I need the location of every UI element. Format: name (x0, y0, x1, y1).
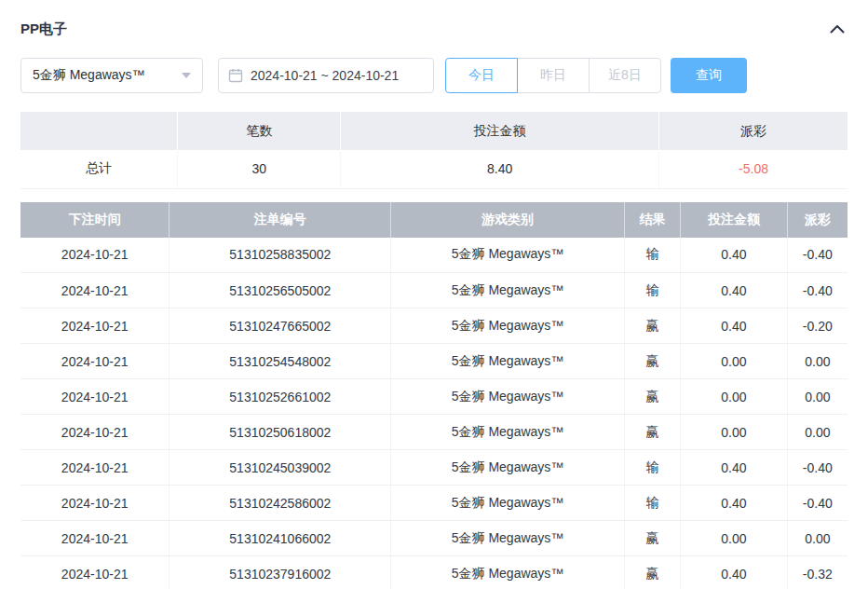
cell-time: 2024-10-21 (20, 486, 170, 521)
cell-result: 输 (624, 450, 680, 486)
cell-bet-amount: 0.00 (681, 415, 788, 450)
header-order-id: 注单编号 (170, 202, 391, 238)
chevron-down-icon (182, 73, 191, 78)
cell-game: 5金狮 Megaways™ (391, 238, 624, 273)
summary-total-row: 总计 30 8.40 -5.08 (20, 150, 848, 188)
cell-game: 5金狮 Megaways™ (391, 486, 624, 521)
cell-time: 2024-10-21 (20, 556, 170, 589)
cell-payout: -0.40 (787, 486, 848, 521)
summary-table: 笔数 投注金额 派彩 总计 30 8.40 -5.08 (20, 112, 848, 189)
pp-electronic-panel: PP电子 5金狮 Megaways™ 2024-10-21 ~ 2024-10-… (0, 0, 868, 589)
header-payout: 派彩 (787, 202, 848, 238)
cell-result: 赢 (624, 415, 680, 450)
cell-bet-amount: 0.40 (681, 486, 788, 521)
chevron-up-icon (830, 24, 845, 34)
cell-result: 赢 (624, 379, 680, 415)
last-8-days-button[interactable]: 近8日 (589, 58, 661, 93)
cell-payout: -0.32 (787, 556, 848, 589)
cell-bet-amount: 0.40 (681, 556, 788, 589)
cell-result: 输 (624, 273, 680, 308)
cell-bet-amount: 0.00 (681, 521, 788, 556)
collapse-button[interactable] (827, 19, 848, 39)
cell-game: 5金狮 Megaways™ (391, 308, 624, 344)
cell-result: 赢 (624, 308, 680, 344)
game-select-value: 5金狮 Megaways™ (33, 67, 145, 84)
cell-game: 5金狮 Megaways™ (391, 521, 624, 556)
summary-header-count: 笔数 (178, 112, 341, 150)
cell-time: 2024-10-21 (20, 521, 170, 556)
cell-order-id: 51310256505002 (170, 273, 391, 308)
today-button[interactable]: 今日 (445, 58, 518, 93)
table-row: 2024-10-21513102565050025金狮 Megaways™输0.… (20, 273, 848, 308)
cell-payout: 0.00 (787, 379, 848, 415)
table-row: 2024-10-21513102450390025金狮 Megaways™输0.… (20, 450, 848, 486)
date-quick-buttons: 今日 昨日 近8日 (445, 58, 661, 93)
cell-order-id: 51310242586002 (170, 486, 391, 521)
cell-result: 赢 (624, 521, 680, 556)
cell-order-id: 51310247665002 (170, 308, 391, 344)
cell-time: 2024-10-21 (20, 415, 170, 450)
cell-result: 赢 (624, 556, 680, 589)
summary-header-payout: 派彩 (659, 112, 848, 150)
cell-order-id: 51310237916002 (170, 556, 391, 589)
cell-game: 5金狮 Megaways™ (391, 415, 624, 450)
cell-payout: 0.00 (787, 344, 848, 379)
panel-header: PP电子 (20, 15, 848, 43)
cell-payout: -0.40 (787, 273, 848, 308)
bet-records-table: 下注时间 注单编号 游戏类别 结果 投注金额 派彩 2024-10-215131… (20, 202, 848, 589)
cell-bet-amount: 0.40 (681, 450, 788, 486)
cell-time: 2024-10-21 (20, 379, 170, 415)
cell-order-id: 51310250618002 (170, 415, 391, 450)
table-row: 2024-10-21513102588350025金狮 Megaways™输0.… (20, 238, 848, 273)
table-row: 2024-10-21513102410660025金狮 Megaways™赢0.… (20, 521, 848, 556)
cell-order-id: 51310245039002 (170, 450, 391, 486)
table-row: 2024-10-21513102526610025金狮 Megaways™赢0.… (20, 379, 848, 415)
cell-payout: 0.00 (787, 521, 848, 556)
cell-bet-amount: 0.00 (681, 344, 788, 379)
filter-bar: 5金狮 Megaways™ 2024-10-21 ~ 2024-10-21 今日… (20, 58, 848, 93)
cell-bet-amount: 0.40 (681, 308, 788, 344)
panel-title: PP电子 (20, 21, 67, 38)
cell-payout: -0.40 (787, 238, 848, 273)
cell-payout: -0.20 (787, 308, 848, 344)
summary-header-bet-amount: 投注金额 (341, 112, 659, 150)
cell-payout: -0.40 (787, 450, 848, 486)
table-row: 2024-10-21513102545480025金狮 Megaways™赢0.… (20, 344, 848, 379)
cell-order-id: 51310241066002 (170, 521, 391, 556)
date-range-input[interactable]: 2024-10-21 ~ 2024-10-21 (218, 58, 434, 93)
table-row: 2024-10-21513102379160025金狮 Megaways™赢0.… (20, 556, 848, 589)
cell-result: 赢 (624, 344, 680, 379)
cell-order-id: 51310258835002 (170, 238, 391, 273)
yesterday-button[interactable]: 昨日 (517, 58, 590, 93)
cell-result: 输 (624, 238, 680, 273)
cell-order-id: 51310252661002 (170, 379, 391, 415)
header-bet-time: 下注时间 (20, 202, 170, 238)
cell-time: 2024-10-21 (20, 273, 170, 308)
header-result: 结果 (624, 202, 680, 238)
summary-total-label: 总计 (20, 150, 178, 188)
cell-game: 5金狮 Megaways™ (391, 556, 624, 589)
header-bet-amount: 投注金额 (681, 202, 788, 238)
cell-payout: 0.00 (787, 415, 848, 450)
search-button[interactable]: 查询 (671, 58, 747, 93)
summary-header-row: 笔数 投注金额 派彩 (20, 112, 848, 150)
cell-time: 2024-10-21 (20, 344, 170, 379)
cell-game: 5金狮 Megaways™ (391, 273, 624, 308)
table-row: 2024-10-21513102506180025金狮 Megaways™赢0.… (20, 415, 848, 450)
summary-total-payout: -5.08 (659, 150, 848, 188)
cell-time: 2024-10-21 (20, 238, 170, 273)
bet-table-body: 2024-10-21513102588350025金狮 Megaways™输0.… (20, 238, 848, 589)
bet-table-header-row: 下注时间 注单编号 游戏类别 结果 投注金额 派彩 (20, 202, 848, 238)
summary-total-count: 30 (178, 150, 341, 188)
cell-result: 输 (624, 486, 680, 521)
date-range-value: 2024-10-21 ~ 2024-10-21 (251, 68, 399, 83)
table-row: 2024-10-21513102425860025金狮 Megaways™输0.… (20, 486, 848, 521)
table-row: 2024-10-21513102476650025金狮 Megaways™赢0.… (20, 308, 848, 344)
calendar-icon (228, 68, 243, 83)
cell-bet-amount: 0.40 (681, 273, 788, 308)
summary-header-blank (20, 112, 178, 150)
summary-total-bet-amount: 8.40 (341, 150, 659, 188)
cell-time: 2024-10-21 (20, 450, 170, 486)
cell-bet-amount: 0.00 (681, 379, 788, 415)
game-select[interactable]: 5金狮 Megaways™ (20, 58, 203, 93)
